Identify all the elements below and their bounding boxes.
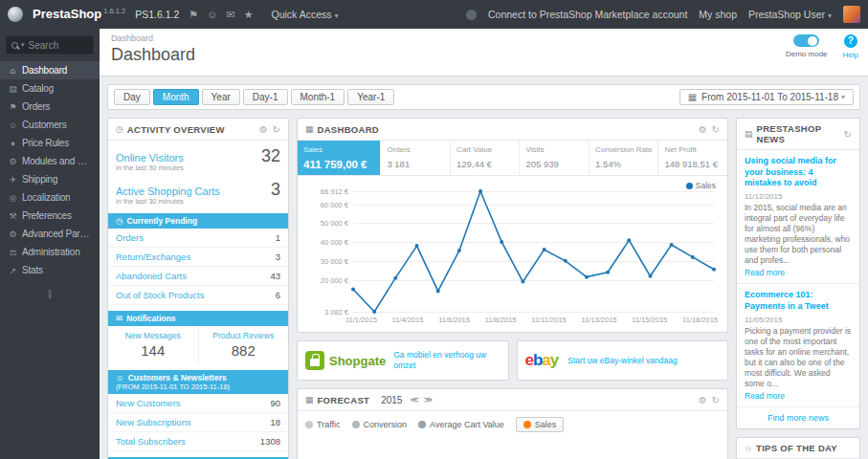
period-day-button[interactable]: Day [114,89,150,105]
search-input[interactable] [29,40,82,51]
article-title-link[interactable]: Ecommerce 101: Payments in a Tweet [745,290,852,312]
legend-sales[interactable]: Sales [516,417,565,432]
shopgate-link[interactable]: Ga mobiel en verhoog uw omzet [393,350,500,370]
envelope-icon[interactable]: ✉ [226,9,234,21]
period-month-button[interactable]: Month [153,89,199,105]
breadcrumb[interactable]: Dashboard [111,33,857,43]
sidebar-item-stats[interactable]: ↗Stats [0,261,100,279]
gear-icon[interactable]: ⚙ [699,124,707,135]
dot-icon [418,421,426,428]
read-more-link[interactable]: Read more [745,391,785,401]
kpi-tab-orders[interactable]: Orders3 181 [381,141,451,175]
row-link[interactable]: Abandoned Carts [116,271,187,281]
kpi-tab-cart-value[interactable]: Cart Value129,44 € [451,141,521,175]
date-range-picker[interactable]: ▦ From 2015-11-01 To 2015-11-18 ▾ [679,89,854,105]
panel-header: ▤ PRESTASHOP NEWS ↻ [737,119,859,150]
star-icon[interactable]: ★ [244,9,254,21]
demo-mode-label: Demo mode [786,50,828,58]
help-button[interactable]: ? Help [843,34,858,59]
filter-bar: Day Month Year Day-1 Month-1 Year-1 ▦ Fr… [107,84,860,110]
read-more-link[interactable]: Read more [745,268,785,277]
period-year-1-button[interactable]: Year-1 [347,89,394,105]
previous-year-icon[interactable]: ≪ [410,395,418,404]
panel-header: ▦ DASHBOARD ⚙↻ [298,119,727,141]
shop-name[interactable]: PS1.6.1.2 [135,9,179,20]
refresh-icon[interactable]: ↻ [844,129,852,140]
sidebar-item-advanced-parameters[interactable]: ⚙Advanced Parameters [0,225,100,243]
kpi-tab-conversion-rate[interactable]: Conversion Rate1.54% [590,141,659,175]
my-shop-link[interactable]: My shop [699,9,737,20]
row-link[interactable]: Orders [116,232,144,243]
refresh-icon[interactable]: ↻ [712,395,720,405]
find-more-news-link[interactable]: Find more news [737,407,859,428]
legend-label: Sales [696,181,716,190]
refresh-icon[interactable]: ↻ [712,124,720,135]
kpi-tab-net-profit[interactable]: Net Profit148 918,51 € [658,141,727,175]
avatar[interactable] [843,6,860,23]
period-day-1-button[interactable]: Day-1 [243,89,288,105]
legend-conversion[interactable]: Conversion [352,420,408,429]
chevron-down-icon[interactable]: ▾ [21,41,25,49]
ebay-ad: ebay Start uw eBay-winkel vandaag [517,340,729,381]
topbar-left: PrestaShop1.6.1.2 PS1.6.1.2 ⚑ ☺ ✉ ★ Quic… [8,7,348,22]
kpi-label: Orders [387,145,444,154]
notifications-header: ✉Notifications [108,311,288,326]
sidebar-item-label: Catalog [22,83,54,94]
sidebar-item-localization[interactable]: ◎Localization [0,188,100,207]
sidebar-item-administration[interactable]: ⚖Administration [0,243,100,261]
currently-pending-header: ◷Currently Pending [108,213,288,229]
sidebar-item-modules[interactable]: ⚙Modules and Services [0,152,100,170]
article-title-link[interactable]: Using social media for your business: 4 … [745,156,852,189]
article-excerpt: In 2015, social media are an integral pa… [745,203,852,266]
row-link[interactable]: Out of Stock Products [116,290,204,300]
quick-access-menu[interactable]: Quick Access▾ [272,9,339,20]
prestashop-logo-icon [8,7,23,22]
x-axis-tick: 11/13/2015 [582,316,617,324]
cell-link[interactable]: New Messages [112,331,194,340]
dot-icon [352,421,360,428]
person-icon[interactable]: ☺ [207,9,217,21]
panel-title: DASHBOARD [318,124,379,135]
legend-traffic[interactable]: Traffic [305,420,341,429]
panel-title: PRESTASHOP NEWS [757,123,839,144]
row-link[interactable]: New Customers [116,398,181,408]
x-axis-tick: 11/1/2015 [345,316,377,324]
legend-label: Sales [535,420,557,429]
chart-legend[interactable]: Sales [686,181,716,190]
online-visitors-label[interactable]: Online Visitors [116,152,184,164]
row-link[interactable]: New Subscriptions [116,417,191,427]
sidebar-item-catalog[interactable]: ▤Catalog [0,79,100,98]
demo-mode-toggle[interactable]: Demo mode [786,34,828,59]
cell-link[interactable]: Product Reviews [203,331,285,340]
flag-icon[interactable]: ⚑ [189,9,198,21]
gear-icon[interactable]: ⚙ [699,395,707,405]
row-value: 43 [270,271,280,281]
sidebar-item-dashboard[interactable]: ⌂Dashboard [0,61,100,79]
gear-icon[interactable]: ⚙ [259,124,268,135]
kpi-tab-sales[interactable]: Sales411 759,00 € [298,141,381,175]
sidebar-item-orders[interactable]: ⚑Orders [0,98,100,116]
notification-new-messages: New Messages144 [108,326,198,364]
active-carts-label[interactable]: Active Shopping Carts [116,186,220,197]
period-month-1-button[interactable]: Month-1 [291,89,345,105]
sidebar-item-price-rules[interactable]: ♦Price Rules [0,134,100,152]
toggle-on-icon[interactable] [793,34,819,47]
sidebar-item-label: Advanced Parameters [22,229,92,239]
next-year-icon[interactable]: ≫ [424,395,433,404]
sales-chart-plot: 66 912 € 60 000 € 50 000 € 40 000 € 30 0… [305,191,720,312]
sidebar-collapse-button[interactable]: ∥ [0,279,100,308]
refresh-icon[interactable]: ↻ [273,124,280,135]
main: Dashboard Dashboard Demo mode ? Help Day… [100,29,868,459]
period-year-button[interactable]: Year [202,89,240,105]
legend-average-cart-value[interactable]: Average Cart Value [418,420,504,429]
sidebar-item-preferences[interactable]: ⚒Preferences [0,207,100,225]
row-link[interactable]: Return/Exchanges [116,251,190,262]
sidebar-item-shipping[interactable]: ✈Shipping [0,170,100,188]
sidebar-item-customers[interactable]: ☺Customers [0,116,100,134]
y-axis-tick: 60 000 € [305,200,348,208]
marketplace-link[interactable]: Connect to PrestaShop Marketplace accoun… [488,9,687,20]
user-menu[interactable]: PrestaShop User▾ [748,9,832,20]
row-link[interactable]: Total Subscribers [116,436,186,447]
kpi-tab-visits[interactable]: Visits205 939 [520,141,590,175]
ebay-link[interactable]: Start uw eBay-winkel vandaag [568,356,677,366]
